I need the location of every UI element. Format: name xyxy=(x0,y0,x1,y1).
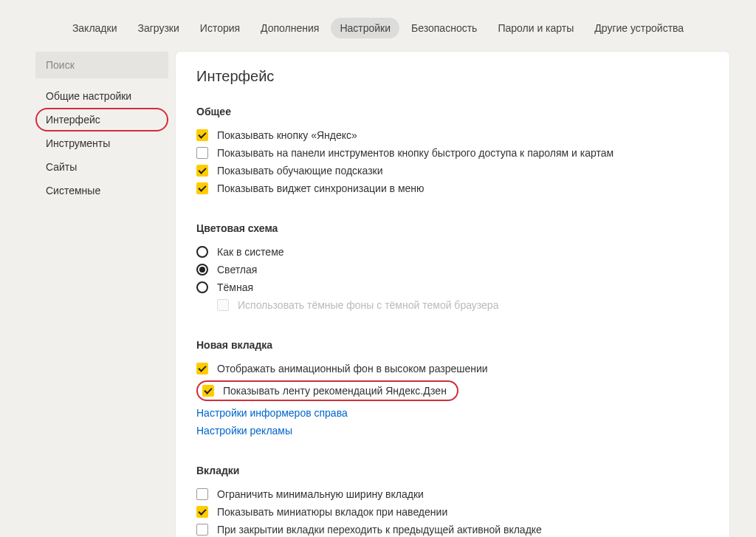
checkbox-label: Отображать анимационный фон в высоком ра… xyxy=(217,363,488,374)
checkbox-label: Ограничить минимальную ширину вкладки xyxy=(217,488,424,500)
radio-label: Как в системе xyxy=(217,246,284,258)
section-heading: Вкладки xyxy=(196,465,709,476)
checkbox-label: Использовать тёмные фоны с тёмной темой … xyxy=(238,299,498,311)
section-newtab: Новая вкладка Отображать анимационный фо… xyxy=(196,339,709,439)
checkbox-animated-bg[interactable] xyxy=(196,363,208,374)
radio-theme-system[interactable] xyxy=(196,246,208,258)
nav-bookmarks[interactable]: Закладки xyxy=(63,18,126,38)
nav-addons[interactable]: Дополнения xyxy=(252,18,328,38)
nav-security[interactable]: Безопасность xyxy=(402,18,486,38)
nav-history[interactable]: История xyxy=(191,18,249,38)
nav-passwords[interactable]: Пароли и карты xyxy=(489,18,583,38)
checkbox-prev-active-tab[interactable] xyxy=(196,524,208,536)
checkbox-tutorial-hints[interactable] xyxy=(196,165,208,177)
section-heading: Цветовая схема xyxy=(196,222,709,234)
section-tabs: Вкладки Ограничить минимальную ширину вк… xyxy=(196,465,709,537)
main-panel: Интерфейс Общее Показывать кнопку «Яндек… xyxy=(176,52,729,537)
checkbox-label: При закрытии вкладки переходить к предыд… xyxy=(217,524,542,536)
sidebar: Поиск Общие настройки Интерфейс Инструме… xyxy=(35,52,168,537)
sidebar-item-general[interactable]: Общие настройки xyxy=(35,84,168,108)
highlight-zen-feed: Показывать ленту рекомендаций Яндекс.Дзе… xyxy=(196,380,458,401)
checkbox-label: Показывать на панели инструментов кнопку… xyxy=(217,147,614,159)
section-theme: Цветовая схема Как в системе Светлая Тём… xyxy=(196,222,709,314)
nav-downloads[interactable]: Загрузки xyxy=(128,18,188,38)
checkbox-yandex-button[interactable] xyxy=(196,129,208,141)
checkbox-label: Показывать виджет синхронизации в меню xyxy=(217,182,425,194)
checkbox-label: Показывать ленту рекомендаций Яндекс.Дзе… xyxy=(223,385,447,397)
page-title: Интерфейс xyxy=(196,68,709,85)
checkbox-label: Показывать обучающие подсказки xyxy=(217,165,383,177)
checkbox-passwords-toolbar[interactable] xyxy=(196,147,208,159)
checkbox-min-tab-width[interactable] xyxy=(196,488,208,500)
link-ads-settings[interactable]: Настройки рекламы xyxy=(196,422,709,439)
sidebar-item-interface[interactable]: Интерфейс xyxy=(35,108,168,131)
checkbox-sync-widget[interactable] xyxy=(196,182,208,194)
section-heading: Новая вкладка xyxy=(196,339,709,351)
radio-theme-dark[interactable] xyxy=(196,281,208,293)
checkbox-tab-thumbnails[interactable] xyxy=(196,506,208,518)
checkbox-dark-backgrounds xyxy=(217,299,229,311)
radio-label: Светлая xyxy=(217,264,257,276)
top-nav: Закладки Загрузки История Дополнения Нас… xyxy=(0,0,756,52)
sidebar-item-system[interactable]: Системные xyxy=(35,179,168,202)
nav-settings[interactable]: Настройки xyxy=(331,18,399,38)
section-heading: Общее xyxy=(196,106,709,117)
radio-theme-light[interactable] xyxy=(196,264,208,276)
section-general: Общее Показывать кнопку «Яндекс» Показыв… xyxy=(196,106,709,197)
sidebar-item-tools[interactable]: Инструменты xyxy=(35,131,168,155)
checkbox-label: Показывать миниатюры вкладок при наведен… xyxy=(217,506,447,518)
checkbox-label: Показывать кнопку «Яндекс» xyxy=(217,129,357,141)
sidebar-item-sites[interactable]: Сайты xyxy=(35,155,168,179)
checkbox-zen-feed[interactable] xyxy=(202,385,214,397)
nav-devices[interactable]: Другие устройства xyxy=(585,18,693,38)
search-input[interactable]: Поиск xyxy=(35,52,168,78)
radio-label: Тёмная xyxy=(217,281,253,293)
link-informers-settings[interactable]: Настройки информеров справа xyxy=(196,404,709,422)
